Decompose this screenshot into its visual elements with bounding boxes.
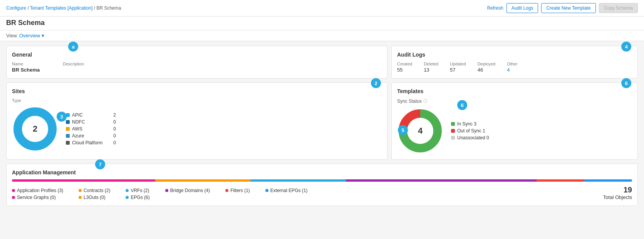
audit-logs-button[interactable]: Audit Logs	[506, 3, 538, 13]
item-label: L3Outs (0)	[84, 195, 106, 200]
templates-badge2: 5	[398, 125, 408, 135]
general-badge: a	[68, 42, 78, 52]
templates-donut-label: 4	[418, 126, 423, 136]
page-header: BR Schema	[0, 17, 644, 30]
sites-legend: APIC2NDFC0AWS0Azure0Cloud Platform0	[66, 112, 116, 145]
progress-segment	[537, 179, 584, 182]
item-label: External EPGs (1)	[270, 188, 308, 193]
sites-type-label: Type	[12, 98, 382, 103]
copy-schema-button: Copy Schema	[599, 3, 638, 13]
view-label: View	[6, 33, 17, 38]
sites-legend-item: NDFC0	[66, 119, 116, 125]
app-mgmt-card: 7 Application Management Application Pro…	[6, 164, 638, 206]
sites-donut: 2	[12, 106, 58, 152]
progress-segment	[250, 179, 346, 182]
sites-content: 2 3 APIC2NDFC0AWS0Azure0Cloud Platform0	[12, 106, 382, 152]
name-field: Name BR Schema	[12, 62, 40, 73]
app-mgmt-item: Bridge Domains (4)	[165, 188, 210, 193]
audit-stat-other: Other4	[507, 62, 518, 73]
progress-segment	[346, 179, 537, 182]
breadcrumb: Configure / Tenant Templates [Applicatio…	[6, 5, 121, 11]
app-mgmt-groups: Application Profiles (3)Service Graphs (…	[12, 188, 308, 200]
app-mgmt-group: Bridge Domains (4)	[165, 188, 210, 200]
app-mgmt-item: Application Profiles (3)	[12, 188, 63, 193]
total-objects: 19 Total Objects	[603, 186, 632, 200]
audit-logs-card: 4 Audit Logs Created55Deleted13Updated57…	[391, 46, 638, 79]
breadcrumb-current: BR Schema	[96, 5, 121, 11]
name-value: BR Schema	[12, 67, 40, 73]
item-label: EPGs (6)	[131, 195, 149, 200]
audit-stat-deleted: Deleted13	[424, 62, 438, 73]
item-dot	[225, 189, 228, 192]
app-mgmt-title: Application Management	[12, 169, 76, 175]
sites-legend-item: Cloud Platform0	[66, 140, 116, 145]
templates-content: 5 4 6 In Sync 3Out of Sync 1U	[397, 108, 632, 154]
item-label: Application Profiles (3)	[17, 188, 63, 193]
app-mgmt-header: Application Management	[12, 169, 632, 175]
app-mgmt-item: L3Outs (0)	[79, 195, 110, 200]
general-card: General a Name BR Schema Description	[6, 46, 387, 79]
total-number: 19	[603, 186, 632, 194]
item-dot	[12, 189, 15, 192]
templates-legend-item: In Sync 3	[451, 121, 489, 127]
templates-card: 6 Templates Sync Status ⓘ 5	[391, 82, 638, 160]
item-dot	[265, 189, 268, 192]
app-mgmt-group: Filters (1)	[225, 188, 250, 200]
templates-legend-item: Unassociated 0	[451, 135, 489, 140]
main-content: General a Name BR Schema Description 4 A…	[0, 41, 644, 211]
progress-segment	[12, 179, 155, 182]
item-label: Filters (1)	[230, 188, 250, 193]
info-icon: ⓘ	[423, 98, 428, 104]
sites-card: 2 Sites Type 2 3 APIC2NDFC0AWS0Azure0Clo…	[6, 82, 387, 160]
app-mgmt-item: Contracts (2)	[79, 188, 110, 193]
sync-status-title: Sync Status ⓘ	[397, 98, 632, 104]
audit-badge: 4	[621, 42, 631, 52]
breadcrumb-configure[interactable]: Configure	[6, 5, 26, 11]
total-label: Total Objects	[603, 194, 632, 200]
item-dot	[12, 196, 15, 199]
sites-legend-item: APIC2	[66, 112, 116, 118]
templates-title: Templates	[397, 88, 632, 94]
item-label: Contracts (2)	[84, 188, 110, 193]
item-dot	[126, 189, 129, 192]
sites-badge: 2	[371, 78, 381, 88]
view-dropdown[interactable]: Overview ▾	[19, 33, 44, 38]
app-mgmt-group: Application Profiles (3)Service Graphs (…	[12, 188, 63, 200]
page-title: BR Schema	[6, 19, 45, 27]
description-field: Description	[63, 62, 84, 73]
item-label: Service Graphs (0)	[17, 195, 56, 200]
audit-stats: Created55Deleted13Updated57Deployed46Oth…	[397, 62, 632, 73]
app-mgmt-bottom: Application Profiles (3)Service Graphs (…	[12, 186, 632, 200]
top-bar: Configure / Tenant Templates [Applicatio…	[0, 0, 644, 17]
app-mgmt-progress	[12, 179, 632, 182]
item-dot	[79, 189, 82, 192]
app-mgmt-group: External EPGs (1)	[265, 188, 308, 200]
app-mgmt-item: Filters (1)	[225, 188, 250, 193]
breadcrumb-tenant-templates[interactable]: Tenant Templates [Application]	[30, 5, 93, 11]
sites-title: Sites	[12, 88, 382, 94]
templates-badge: 6	[621, 78, 631, 88]
progress-segment	[155, 179, 251, 182]
item-dot	[79, 196, 82, 199]
app-mgmt-group: VRFs (2)EPGs (6)	[126, 188, 149, 200]
refresh-button[interactable]: Refresh	[487, 5, 503, 11]
app-mgmt-item: External EPGs (1)	[265, 188, 308, 193]
item-dot	[126, 196, 129, 199]
audit-logs-title: Audit Logs	[397, 52, 632, 58]
item-label: VRFs (2)	[131, 188, 149, 193]
app-mgmt-badge: 7	[95, 159, 105, 169]
middle-row: 2 Sites Type 2 3 APIC2NDFC0AWS0Azure0Clo…	[6, 82, 638, 160]
audit-stat-deployed: Deployed46	[478, 62, 495, 73]
sites-legend-item: AWS0	[66, 126, 116, 132]
audit-stat-updated: Updated57	[450, 62, 466, 73]
progress-segment	[584, 179, 632, 182]
sites-badge2: 3	[57, 112, 67, 122]
create-new-template-button[interactable]: Create New Template	[541, 3, 595, 13]
chevron-down-icon: ▾	[42, 33, 44, 38]
templates-badge3: 6	[457, 100, 467, 110]
general-title: General	[12, 52, 382, 58]
app-mgmt-item: EPGs (6)	[126, 195, 149, 200]
templates-legend-item: Out of Sync 1	[451, 128, 489, 134]
audit-stat-created: Created55	[397, 62, 412, 73]
description-label: Description	[63, 62, 84, 66]
